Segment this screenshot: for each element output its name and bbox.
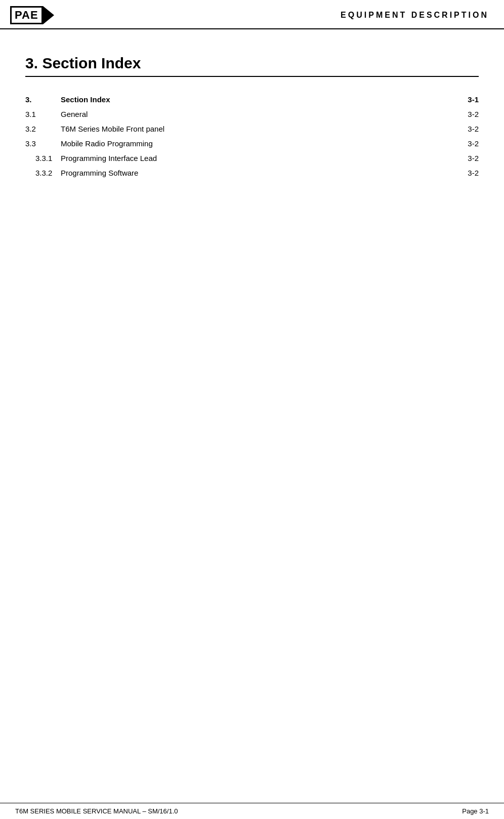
toc-row: 3.3.1Programming Interface Lead3-2 <box>25 151 479 166</box>
toc-row: 3.1General3-2 <box>25 107 479 121</box>
toc-number: 3.3 <box>25 136 61 151</box>
toc-page: 3-2 <box>439 166 479 180</box>
toc-row: 3.3Mobile Radio Programming3-2 <box>25 136 479 151</box>
toc-label: Programming Interface Lead <box>61 151 439 166</box>
toc-number: 3.3.2 <box>25 166 61 180</box>
toc-number: 3.1 <box>25 107 61 121</box>
toc-page: 3-2 <box>439 151 479 166</box>
section-divider <box>25 76 479 77</box>
toc-number: 3. <box>25 92 61 107</box>
toc-page: 3-2 <box>439 107 479 121</box>
logo-container: PAE <box>10 6 54 24</box>
toc-table: 3.Section Index3-13.1General3-23.2T6M Se… <box>25 92 479 180</box>
page-footer: T6M SERIES MOBILE SERVICE MANUAL – SM/16… <box>0 803 504 819</box>
section-heading: 3. Section Index <box>25 55 479 72</box>
section-number: 3. <box>25 55 38 71</box>
main-content: 3. Section Index 3.Section Index3-13.1Ge… <box>0 29 504 221</box>
toc-label: General <box>61 107 439 121</box>
logo-arrow-icon <box>43 6 54 24</box>
toc-page: 3-2 <box>439 136 479 151</box>
toc-label: Programming Software <box>61 166 439 180</box>
toc-row: 3.2T6M Series Mobile Front panel3-2 <box>25 121 479 136</box>
page-header: PAE EQUIPMENT DESCRIPTION <box>0 0 504 29</box>
toc-label: Mobile Radio Programming <box>61 136 439 151</box>
toc-label: T6M Series Mobile Front panel <box>61 121 439 136</box>
toc-page: 3-2 <box>439 121 479 136</box>
toc-number: 3.3.1 <box>25 151 61 166</box>
footer-right: Page 3-1 <box>462 807 489 815</box>
toc-page: 3-1 <box>439 92 479 107</box>
toc-label: Section Index <box>61 92 439 107</box>
logo-text: PAE <box>10 6 43 24</box>
toc-row: 3.3.2Programming Software3-2 <box>25 166 479 180</box>
section-title: Section Index <box>42 55 141 71</box>
toc-row: 3.Section Index3-1 <box>25 92 479 107</box>
header-title: EQUIPMENT DESCRIPTION <box>341 11 489 20</box>
footer-left: T6M SERIES MOBILE SERVICE MANUAL – SM/16… <box>15 807 178 815</box>
toc-number: 3.2 <box>25 121 61 136</box>
